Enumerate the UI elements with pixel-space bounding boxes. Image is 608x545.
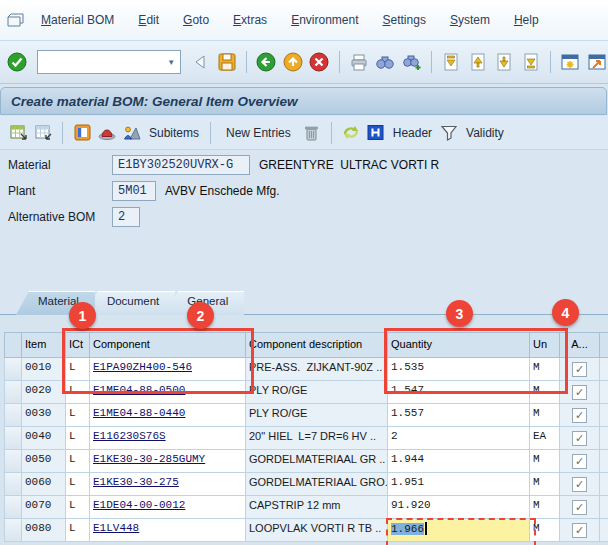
cell-component[interactable]: E1LV448: [90, 519, 246, 542]
cell-component[interactable]: E1ME04-88-0500: [90, 381, 246, 404]
row-selector[interactable]: [4, 496, 22, 519]
row-selector[interactable]: [4, 404, 22, 427]
command-field[interactable]: ▼: [37, 50, 182, 74]
row-selector[interactable]: [4, 358, 22, 381]
validity-icon[interactable]: [439, 123, 459, 143]
cell-ict[interactable]: L: [66, 381, 90, 404]
delete-icon[interactable]: [302, 123, 322, 143]
tab-material[interactable]: Material: [16, 291, 95, 315]
assembly-checkbox[interactable]: [572, 500, 587, 515]
cell-unit[interactable]: M: [530, 473, 560, 496]
first-page-icon[interactable]: [440, 50, 463, 74]
cell-component[interactable]: E1DE04-00-0012: [90, 496, 246, 519]
menu-system[interactable]: System: [439, 10, 501, 30]
enter-icon[interactable]: [6, 50, 29, 74]
cell-unit[interactable]: M: [530, 381, 560, 404]
cell-component[interactable]: E1KE30-30-285GUMY: [90, 450, 246, 473]
cell-unit[interactable]: M: [530, 358, 560, 381]
save-icon[interactable]: [216, 50, 239, 74]
cell-quantity[interactable]: 1.944: [388, 450, 530, 473]
select-all-header[interactable]: [4, 332, 22, 358]
assembly-checkbox[interactable]: [572, 431, 587, 446]
col-quantity[interactable]: Quantity: [388, 332, 530, 358]
menu-help[interactable]: Help: [503, 10, 550, 30]
cell-item[interactable]: 0010: [22, 358, 66, 381]
cell-item[interactable]: 0060: [22, 473, 66, 496]
deselect-all-icon[interactable]: [33, 123, 53, 143]
tab-general[interactable]: General: [165, 291, 244, 315]
find-next-icon[interactable]: [401, 50, 424, 74]
cell-ict[interactable]: L: [66, 404, 90, 427]
cell-unit[interactable]: M: [530, 450, 560, 473]
cell-unit[interactable]: M: [530, 496, 560, 519]
cell-quantity[interactable]: 1.951: [388, 473, 530, 496]
menu-goto[interactable]: Goto: [172, 10, 220, 30]
assembly-checkbox[interactable]: [572, 454, 587, 469]
chevron-down-icon[interactable]: ▼: [162, 58, 180, 67]
validity-button[interactable]: Validity: [464, 126, 506, 140]
create-shortcut-icon[interactable]: [586, 50, 608, 74]
cell-quantity[interactable]: 1.547: [388, 381, 530, 404]
assembly-checkbox[interactable]: [572, 362, 587, 377]
cell-item[interactable]: 0050: [22, 450, 66, 473]
print-icon[interactable]: [348, 50, 371, 74]
cell-quantity[interactable]: 1.535: [388, 358, 530, 381]
cancel-icon[interactable]: [308, 50, 331, 74]
cell-unit[interactable]: M: [530, 519, 560, 542]
assembly-checkbox[interactable]: [572, 477, 587, 492]
cell-item[interactable]: 0040: [22, 427, 66, 450]
cell-ict[interactable]: L: [66, 358, 90, 381]
row-selector[interactable]: [4, 519, 22, 542]
cell-ict[interactable]: L: [66, 427, 90, 450]
menu-settings[interactable]: Settings: [372, 10, 437, 30]
col-item[interactable]: Item: [22, 332, 66, 358]
cell-component[interactable]: E116230S76S: [90, 427, 246, 450]
system-menu-icon[interactable]: [6, 12, 24, 28]
col-assembly[interactable]: A...: [560, 332, 600, 358]
last-page-icon[interactable]: [520, 50, 543, 74]
cell-quantity[interactable]: 2: [388, 427, 530, 450]
assembly-checkbox[interactable]: [572, 385, 587, 400]
col-component-description[interactable]: Component description: [246, 332, 388, 358]
col-unit[interactable]: Un: [530, 332, 560, 358]
row-selector[interactable]: [4, 473, 22, 496]
assembly-checkbox[interactable]: [572, 523, 587, 538]
plant-input[interactable]: 5M01: [112, 181, 156, 201]
next-page-icon[interactable]: [493, 50, 516, 74]
select-all-icon[interactable]: [8, 123, 28, 143]
header-button[interactable]: Header: [391, 126, 434, 140]
subitems-button[interactable]: Subitems: [147, 126, 201, 140]
cell-component[interactable]: E1KE30-30-275: [90, 473, 246, 496]
menu-edit[interactable]: Edit: [127, 10, 170, 30]
row-selector[interactable]: [4, 450, 22, 473]
prev-page-icon[interactable]: [467, 50, 490, 74]
cell-unit[interactable]: EA: [530, 427, 560, 450]
menu-extras[interactable]: Extras: [222, 10, 278, 30]
cell-quantity[interactable]: 91.920: [388, 496, 530, 519]
exit-icon[interactable]: [282, 50, 305, 74]
quantity-edit-cell[interactable]: 1.966: [388, 519, 530, 542]
back-icon[interactable]: [255, 50, 278, 74]
row-selector[interactable]: [4, 381, 22, 404]
tab-document[interactable]: Document: [85, 291, 175, 315]
cell-item[interactable]: 0080: [22, 519, 66, 542]
item-detail-icon[interactable]: [72, 123, 92, 143]
cell-unit[interactable]: M: [530, 404, 560, 427]
sort-hat-icon[interactable]: [97, 123, 117, 143]
subitems-icon[interactable]: [122, 123, 142, 143]
new-session-icon[interactable]: [559, 50, 582, 74]
cell-quantity[interactable]: 1.557: [388, 404, 530, 427]
find-icon[interactable]: [374, 50, 397, 74]
new-entries-button[interactable]: New Entries: [220, 125, 297, 141]
cell-ict[interactable]: L: [66, 450, 90, 473]
cell-ict[interactable]: L: [66, 496, 90, 519]
material-input[interactable]: E1BY302520UVRX-G: [112, 155, 250, 175]
cell-ict[interactable]: L: [66, 473, 90, 496]
cell-item[interactable]: 0030: [22, 404, 66, 427]
assembly-checkbox[interactable]: [572, 408, 587, 423]
col-component[interactable]: Component: [90, 332, 246, 358]
cell-item[interactable]: 0020: [22, 381, 66, 404]
menu-material-bom[interactable]: Material BOM: [30, 10, 125, 30]
cell-component[interactable]: E1PA90ZH400-546: [90, 358, 246, 381]
alternative-bom-input[interactable]: 2: [112, 207, 140, 227]
